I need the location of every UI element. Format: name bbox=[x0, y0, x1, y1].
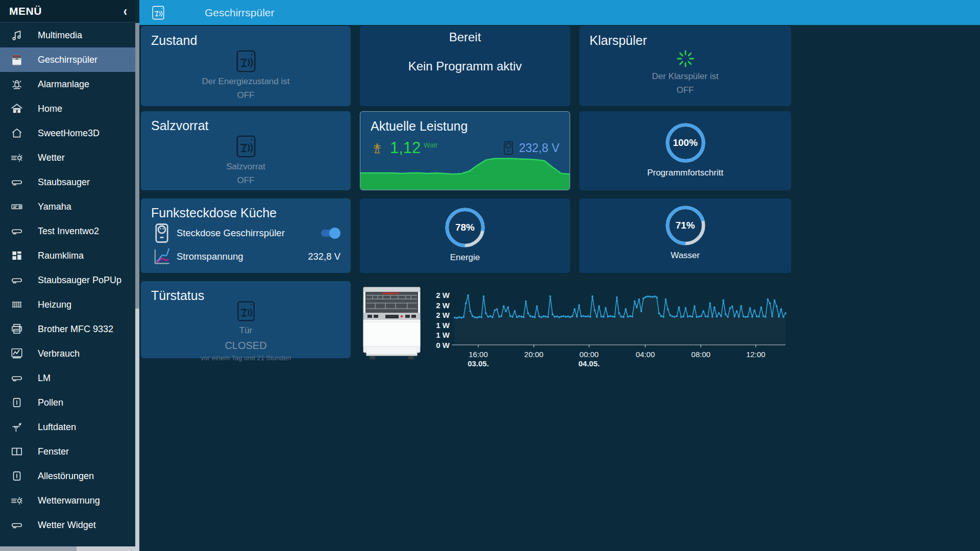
smart-socket-icon bbox=[151, 223, 173, 243]
voltage-value: 232,8 V bbox=[308, 251, 340, 262]
sidebar-item-staubsauger[interactable]: Staubsauger bbox=[0, 170, 135, 194]
sidebar-header: MENÜ ‹ bbox=[0, 0, 135, 22]
dashboard-root: MENÜ ‹ Multimedia Geschirrspüler Alarman… bbox=[0, 0, 980, 551]
weather-wind-sun-icon bbox=[9, 493, 24, 508]
y-tick: 2 W bbox=[436, 302, 450, 309]
x-tick: 08:00 bbox=[691, 350, 710, 359]
sidebar-item-luftdaten[interactable]: Luftdaten bbox=[0, 415, 135, 439]
y-tick: 1 W bbox=[436, 321, 450, 329]
y-tick: 1 W bbox=[436, 331, 450, 339]
music-note-icon bbox=[9, 28, 24, 43]
sidebar-item-label: Brother MFC 9332 bbox=[38, 324, 113, 335]
sidebar-item-wetterwarnung[interactable]: Wetterwarnung bbox=[0, 488, 135, 513]
sidebar-item-lm[interactable]: LM bbox=[0, 366, 135, 390]
power-history-section: 2 W 2 W 2 W 1 W 1 W 0 W 16:0003.05. 20:0… bbox=[360, 281, 791, 368]
sidebar-item-test-inventwo2[interactable]: Test Inventwo2 bbox=[0, 219, 135, 243]
dishwasher-glyph-icon bbox=[234, 49, 258, 73]
card-title: Aktuelle Leistung bbox=[360, 112, 570, 134]
card-klarspueler: Klarspüler Der Klarspüler ist OFF bbox=[579, 26, 791, 106]
dishwasher-image bbox=[362, 286, 421, 360]
sidebar-item-heizung[interactable]: Heizung bbox=[0, 292, 135, 317]
vacuum-icon bbox=[9, 370, 24, 386]
sidebar-item-pollen[interactable]: Pollen bbox=[0, 390, 135, 415]
door-label: Tür bbox=[239, 325, 253, 336]
sidebar-item-label: Wetterwarnung bbox=[38, 495, 100, 506]
sidebar-item-home[interactable]: Home bbox=[0, 96, 135, 121]
scrollbar-thumb[interactable] bbox=[0, 546, 77, 551]
house-icon bbox=[9, 101, 24, 116]
sidebar-item-multimedia[interactable]: Multimedia bbox=[0, 23, 135, 47]
sidebar-item-label: Test Inventwo2 bbox=[38, 226, 99, 237]
vacuum-icon bbox=[9, 174, 24, 190]
card-title: Klarspüler bbox=[579, 26, 791, 48]
card-wasser: 71% Wasser bbox=[579, 198, 791, 273]
x-axis-ticks bbox=[478, 345, 756, 347]
sidebar-item-fenster[interactable]: Fenster bbox=[0, 439, 135, 464]
collapse-sidebar-icon[interactable]: ‹ bbox=[124, 4, 127, 18]
sidebar-item-wetter-widget[interactable]: Wetter Widget bbox=[0, 513, 135, 537]
sidebar-item-label: Multimedia bbox=[38, 30, 82, 41]
av-receiver-icon bbox=[9, 199, 24, 214]
sidebar-item-label: Allestörungen bbox=[38, 471, 94, 482]
sidebar-item-alarmanlage[interactable]: Alarmanlage bbox=[0, 72, 135, 96]
x-tick: 16:0003.05. bbox=[468, 350, 489, 368]
alarm-system-icon bbox=[9, 77, 24, 92]
card-programmfortschritt: 100% Programmfortschritt bbox=[579, 111, 791, 190]
gauge-label: Wasser bbox=[579, 251, 791, 261]
sidebar-horizontal-scrollbar[interactable] bbox=[0, 546, 135, 551]
gauge-value: 100% bbox=[665, 122, 706, 163]
toggle-knob bbox=[329, 228, 340, 239]
dashboard-content: Zustand Der Energiezustand ist OFF Berei… bbox=[139, 25, 980, 551]
sidebar-item-brother-mfc[interactable]: Brother MFC 9332 bbox=[0, 317, 135, 341]
sidebar-item-verbrauch[interactable]: Verbrauch bbox=[0, 341, 135, 366]
dishwasher-glyph-icon bbox=[234, 134, 258, 159]
sidebar-item-label: Raumklima bbox=[38, 251, 84, 261]
sidebar-item-label: Heizung bbox=[38, 299, 71, 310]
window-icon bbox=[9, 444, 24, 459]
sidebar-item-staubsauger-popup[interactable]: Staubsauger PoPUp bbox=[0, 268, 135, 292]
sidebar-item-label: Pollen bbox=[38, 397, 63, 408]
state-description: Der Energiezustand ist bbox=[202, 77, 290, 87]
scrollbar-thumb[interactable] bbox=[135, 23, 139, 309]
line-chart-icon bbox=[151, 246, 173, 267]
card-title: Salzvorrat bbox=[141, 111, 351, 133]
state-value: OFF bbox=[677, 85, 694, 95]
switch-label: Steckdose Geschirrspüler bbox=[177, 228, 285, 239]
y-tick: 2 W bbox=[436, 291, 450, 299]
sidebar-item-label: Alarmanlage bbox=[38, 79, 89, 90]
gauge-value: 71% bbox=[665, 205, 706, 246]
sidebar-item-label: Yamaha bbox=[38, 202, 71, 212]
sidebar-item-label: LM bbox=[38, 373, 51, 384]
consumption-chart-icon bbox=[9, 346, 24, 361]
card-funksteckdose: Funksteckdose Küche Steckdose Geschirrsp… bbox=[141, 198, 351, 273]
sidebar-item-raumklima[interactable]: Raumklima bbox=[0, 243, 135, 268]
card-zustand: Zustand Der Energiezustand ist OFF bbox=[141, 26, 351, 106]
power-fill bbox=[455, 295, 786, 345]
watt-unit: Watt bbox=[424, 141, 437, 149]
y-tick: 2 W bbox=[436, 311, 450, 319]
sidebar-item-label: Luftdaten bbox=[38, 422, 76, 433]
sidebar-item-label: Verbrauch bbox=[38, 348, 80, 359]
power-history-line-chart bbox=[455, 288, 786, 348]
sidebar-item-label: Wetter Widget bbox=[38, 520, 96, 531]
status-title: Bereit bbox=[360, 30, 570, 44]
radiator-icon bbox=[9, 297, 24, 312]
sidebar-item-allestoerungen[interactable]: Allestörungen bbox=[0, 464, 135, 488]
plug-toggle-switch[interactable] bbox=[320, 228, 340, 239]
page-header: Geschirrspüler bbox=[139, 0, 980, 25]
sidebar-item-sweethome3d[interactable]: SweetHome3D bbox=[0, 121, 135, 145]
sidebar-item-yamaha[interactable]: Yamaha bbox=[0, 194, 135, 219]
vacuum-icon bbox=[9, 223, 24, 239]
plug-switch-row: Steckdose Geschirrspüler bbox=[141, 222, 351, 244]
vacuum-icon bbox=[9, 272, 24, 288]
sidebar-item-label: SweetHome3D bbox=[38, 128, 100, 139]
card-status: Bereit Kein Programm aktiv bbox=[360, 26, 570, 106]
gauge-label: Energie bbox=[360, 253, 570, 263]
sidebar: MENÜ ‹ Multimedia Geschirrspüler Alarman… bbox=[0, 0, 135, 551]
door-state-age: vor einem Tag und 21 Stunden bbox=[201, 354, 291, 362]
sidebar-item-wetter[interactable]: Wetter bbox=[0, 145, 135, 170]
sidebar-vertical-scrollbar[interactable] bbox=[135, 23, 139, 551]
printer-icon bbox=[9, 321, 24, 337]
voltage-label: Stromspannung bbox=[177, 251, 243, 262]
sidebar-item-geschirrspueler[interactable]: Geschirrspüler bbox=[0, 47, 135, 72]
